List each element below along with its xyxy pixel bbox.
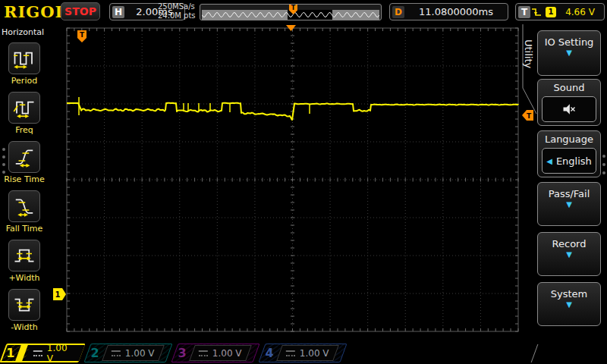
menu-item-pass-fail[interactable]: Pass/Fail ▼ (537, 182, 601, 226)
chevron-left-icon: ◀ (546, 157, 552, 165)
trigger-source-badge: 1 (546, 7, 556, 17)
memory-waveform-preview[interactable]: T (200, 4, 382, 20)
menu-item-sound[interactable]: Sound (537, 79, 601, 126)
menu-item-label: System (538, 283, 600, 300)
language-value: English (556, 155, 592, 167)
channel1-ground-marker[interactable]: 1 (53, 288, 66, 300)
trigger-level-value: 4.66 V (556, 7, 604, 17)
menu-item-language[interactable]: Language ◀ English (537, 130, 601, 177)
utility-menu: IO Setting ▼ Sound Language ◀ English Pa… (521, 24, 607, 343)
page-dot (602, 163, 605, 166)
svg-text:1: 1 (55, 290, 61, 299)
menu-item-rise-time[interactable]: Rise Time (0, 141, 49, 184)
plus-width-icon (13, 244, 36, 267)
delay-value: 11.0800000ms (404, 6, 508, 17)
channel-status-bar: 1 1.00 V 2 1.00 V 3 1.00 V (0, 343, 607, 364)
svg-text:T: T (80, 31, 85, 39)
menu-item-system[interactable]: System ▼ (537, 282, 601, 326)
menu-item-label: Period (0, 76, 49, 86)
rigol-logo: RIGOL (4, 2, 67, 21)
channel-1-block[interactable]: 1 1.00 V (3, 344, 82, 362)
channel-2-block[interactable]: 2 1.00 V (87, 344, 169, 362)
fall-time-icon (13, 195, 36, 218)
dc-coupling-icon (199, 350, 208, 356)
channel-scale: 1.00 V (47, 343, 76, 364)
channel-number: 2 (87, 346, 102, 360)
delay-tag: D (392, 6, 404, 18)
menu-item-label: IO Setting (538, 31, 600, 48)
page-dot (2, 171, 5, 174)
dc-coupling-icon (286, 350, 295, 356)
page-dot (2, 148, 5, 151)
acquisition-info: 250MSa/s 24.0M pts (158, 2, 196, 20)
menu-item-record[interactable]: Record ▼ (537, 232, 601, 276)
trigger-tag: T (518, 6, 530, 18)
rise-time-icon (13, 146, 36, 168)
chevron-down-icon: ▼ (538, 249, 600, 260)
channel-3-block[interactable]: 3 1.00 V (175, 344, 256, 362)
dc-coupling-icon (33, 350, 42, 356)
channel-scale: 1.00 V (300, 348, 329, 359)
memory-depth: 24.0M pts (158, 11, 196, 20)
horizontal-measure-menu: Horizontal Period Freq Rise Time (0, 24, 49, 343)
menu-item-label: Sound (538, 80, 600, 93)
run-stop-state[interactable]: STOP (61, 2, 100, 20)
scope-display: T T 1 Utility (49, 24, 539, 343)
menu-item-label: -Width (0, 322, 49, 332)
menu-item-fall-time[interactable]: Fall Time (0, 190, 49, 234)
channel-number: 4 (262, 346, 277, 360)
speaker-muted-icon (561, 102, 577, 116)
status-divider (531, 344, 539, 362)
top-status-bar: RIGOL STOP H 2.00ms 250MSa/s 24.0M pts T… (0, 0, 607, 24)
menu-item-label: Record (538, 233, 600, 249)
trigger-panel[interactable]: T 1 4.66 V (515, 3, 605, 20)
channel-scale: 1.00 V (125, 348, 155, 359)
period-icon (13, 47, 36, 70)
page-dot (602, 155, 605, 158)
page-dot (602, 171, 605, 174)
menu-item-label: Freq (0, 125, 49, 135)
menu-item-freq[interactable]: Freq (0, 92, 49, 135)
freq-icon (13, 96, 36, 119)
menu-item-label: Fall Time (0, 224, 49, 234)
menu-item-pos-width[interactable]: +Width (0, 240, 49, 283)
dc-coupling-icon (112, 350, 121, 356)
minus-width-icon (13, 293, 36, 316)
menu-item-label: +Width (0, 273, 49, 283)
chevron-down-icon: ▼ (538, 199, 600, 210)
falling-edge-icon (530, 6, 543, 18)
chevron-down-icon: ▼ (538, 48, 600, 58)
trigger-delay-panel[interactable]: D 11.0800000ms (389, 3, 508, 20)
channel-scale: 1.00 V (212, 348, 242, 359)
left-menu-title: Horizontal (2, 27, 44, 37)
menu-item-neg-width[interactable]: -Width (0, 289, 49, 332)
page-dot (2, 155, 5, 158)
h-tag: H (112, 6, 124, 18)
page-dot (2, 163, 5, 166)
channel-number: 3 (175, 346, 190, 360)
menu-item-io-setting[interactable]: IO Setting ▼ (537, 30, 601, 76)
menu-item-label: Pass/Fail (538, 183, 600, 199)
channel-4-block[interactable]: 4 1.00 V (262, 344, 344, 362)
menu-item-label: Rise Time (0, 174, 49, 184)
chevron-down-icon: ▼ (538, 300, 600, 310)
sample-rate: 250MSa/s (158, 2, 196, 11)
menu-item-period[interactable]: Period (0, 42, 49, 86)
menu-item-label: Language (538, 131, 600, 145)
